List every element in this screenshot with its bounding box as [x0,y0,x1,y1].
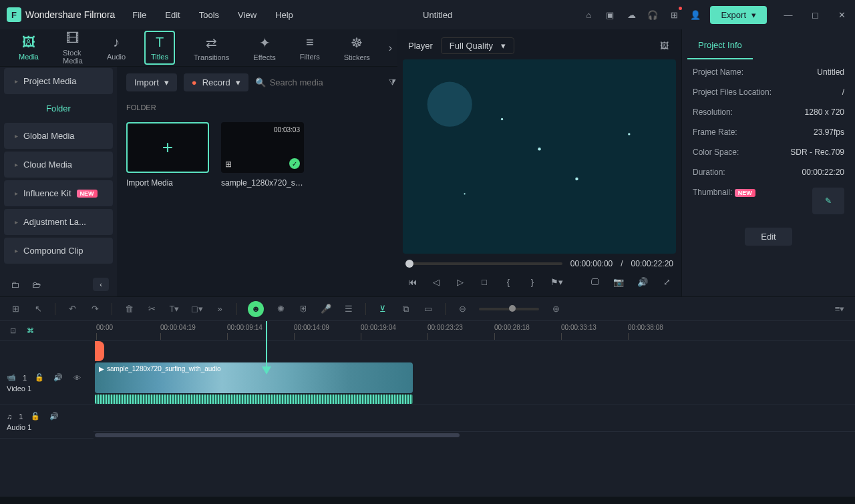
minimize-icon[interactable]: — [782,8,795,21]
folder-add-icon[interactable]: 🗀 [8,278,21,291]
zoom-in-icon[interactable]: ⊕ [550,304,562,314]
menu-file[interactable]: File [132,10,146,20]
cursor-icon[interactable]: ↖ [32,304,44,314]
tab-effects[interactable]: ✦Effects [248,32,281,64]
video-track[interactable]: ▶sample_1280x720_surfing_with_audio [94,361,855,405]
link2-icon[interactable]: ⌘ [24,326,36,335]
account-icon[interactable]: 👤 [689,8,702,21]
record-dropdown[interactable]: ●Record▾ [184,73,248,91]
copy-icon[interactable]: ⊡ [7,326,19,335]
tabs-more-icon[interactable]: › [389,42,392,54]
more-tools-icon[interactable]: » [214,304,226,314]
display-icon[interactable]: 🖵 [588,275,601,288]
audio-track[interactable] [94,405,855,432]
ruler[interactable]: 00:00 00:00:04:19 00:00:09:14 00:00:14:0… [94,321,855,341]
collapse-sidebar-icon[interactable]: ‹ [93,278,109,291]
marker-icon[interactable]: ⚑▾ [550,275,563,288]
ai-icon[interactable]: ☻ [248,301,264,317]
menu-help[interactable]: Help [275,10,293,20]
apps-icon[interactable]: ⊞ [667,8,681,21]
marker2-icon[interactable]: ▭ [422,304,434,314]
shield-icon[interactable]: ⛨ [297,304,309,314]
device-icon[interactable]: ⌂ [582,8,595,21]
track-height-icon[interactable]: ≡▾ [834,304,846,314]
quality-dropdown[interactable]: Full Quality▾ [441,37,514,54]
search-input[interactable]: 🔍 [255,77,382,87]
info-value: 00:00:22:20 [802,168,844,177]
sidebar-cloud-media[interactable]: ▸Cloud Media [4,152,113,178]
chevron-down-icon: ▾ [751,10,756,20]
tab-filters[interactable]: ≡Filters [295,32,325,63]
sidebar-folder[interactable]: Folder [0,95,117,121]
edit-button[interactable]: Edit [745,228,792,246]
snapshot-icon[interactable]: 🖼 [657,39,671,53]
sidebar-global-media[interactable]: ▸Global Media [4,123,113,149]
maximize-icon[interactable]: ◻ [808,8,822,21]
timeline-h-scroll[interactable] [94,432,855,439]
tab-stock-media[interactable]: 🎞Stock Media [57,29,88,67]
cut-icon[interactable]: ✂ [146,304,158,314]
sidebar-project-media[interactable]: ▸Project Media [4,68,113,94]
tab-audio[interactable]: ♪Audio [102,32,131,63]
tab-stickers[interactable]: ☸Stickers [339,32,375,64]
project-info-tab[interactable]: Project Info [687,32,753,59]
magnet-icon[interactable]: ⊻ [377,304,389,314]
prev-frame-icon[interactable]: ⏮ [405,275,419,288]
video-clip[interactable]: ▶sample_1280x720_surfing_with_audio [95,362,413,393]
mark-in-icon[interactable]: { [502,275,515,288]
eye-icon[interactable]: 👁 [71,374,83,382]
play-icon[interactable]: ▷ [454,275,467,288]
mark-out-icon[interactable]: } [526,275,539,288]
import-dropdown[interactable]: Import▾ [126,73,177,91]
timeline-tracks[interactable]: 00:00 00:00:04:19 00:00:09:14 00:00:14:0… [94,321,855,497]
project-info-panel: Project Info Project Name:Untitled Proje… [681,29,855,296]
zoom-out-icon[interactable]: ⊖ [456,304,468,314]
list-icon[interactable]: ☰ [343,304,355,314]
delete-icon[interactable]: 🗑 [123,304,135,314]
camera-icon[interactable]: 📷 [612,275,625,288]
cloud-icon[interactable]: ☁ [625,8,638,21]
lock-icon[interactable]: 🔓 [33,373,45,382]
sidebar-compound-clip[interactable]: ▸Compound Clip [4,238,113,264]
volume-icon[interactable]: 🔊 [636,275,649,288]
audio-track-header[interactable]: ♫1🔓🔊 Audio 1 [0,405,94,439]
export-button[interactable]: Export▾ [710,6,767,24]
folder-icon[interactable]: 🗁 [29,278,43,291]
media-import-card[interactable]: + Import Media [126,122,209,188]
thumbnail-preview[interactable]: ✎ [812,188,844,214]
scrub-slider[interactable] [405,262,562,265]
text-tool-icon[interactable]: T▾ [168,304,180,314]
tab-media[interactable]: 🖼Media [13,32,44,63]
thumbnail-label: Thumbnail: NEW [693,188,755,214]
crop-icon[interactable]: ◻▾ [191,304,203,314]
menu-tools[interactable]: Tools [199,10,219,20]
stop-icon[interactable]: □ [478,275,491,288]
enhance-icon[interactable]: ✺ [275,304,287,314]
preview-video[interactable] [403,59,676,254]
headset-icon[interactable]: 🎧 [646,8,659,21]
mic-icon[interactable]: 🎤 [320,304,332,314]
info-value: 1280 x 720 [805,107,844,117]
mute-icon[interactable]: 🔊 [48,412,60,421]
playhead[interactable] [95,321,96,497]
undo-icon[interactable]: ↶ [66,304,78,314]
tab-titles[interactable]: TTitles [144,31,175,65]
grid-icon[interactable]: ⊞ [9,304,21,314]
close-icon[interactable]: ✕ [835,8,848,21]
sidebar-adjustment-layer[interactable]: ▸Adjustment La... [4,209,113,235]
video-track-header[interactable]: 📹1🔓🔊👁 Video 1 [0,361,94,405]
mute-icon[interactable]: 🔊 [52,373,64,382]
save-icon[interactable]: ▣ [603,8,617,21]
zoom-slider[interactable] [479,308,539,310]
menu-view[interactable]: View [238,10,256,20]
filter-icon[interactable]: ⧩ [389,76,396,89]
redo-icon[interactable]: ↷ [89,304,101,314]
play-back-icon[interactable]: ◁ [430,275,443,288]
fullscreen-icon[interactable]: ⤢ [660,275,673,288]
link-icon[interactable]: ⧉ [399,304,411,314]
sidebar-influence-kit[interactable]: ▸Influence KitNEW [4,180,113,206]
tab-transitions[interactable]: ⇄Transitions [188,32,234,64]
lock-icon[interactable]: 🔓 [29,412,41,421]
media-clip-card[interactable]: 00:03:03 ⊞ ✓ sample_1280x720_surf... [221,122,304,188]
menu-edit[interactable]: Edit [165,10,180,20]
